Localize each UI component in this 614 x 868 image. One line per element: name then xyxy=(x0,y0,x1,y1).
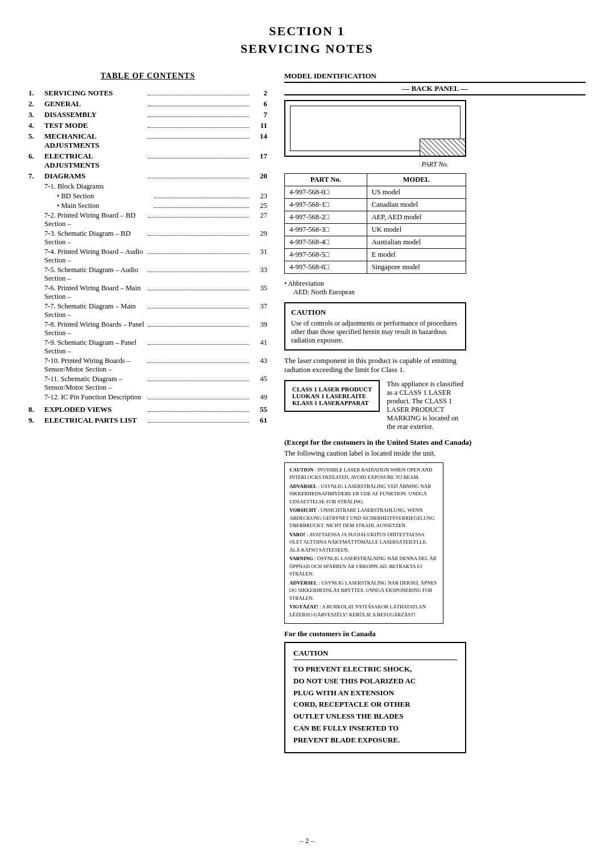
toc-item-3: 3. DISASSEMBLY 7 xyxy=(28,110,267,119)
toc-sub-712: 7-12. IC Pin Function Description 49 xyxy=(28,393,267,402)
caution-electric-text: TO PREVENT ELECTRIC SHOCK, DO NOT USE TH… xyxy=(293,663,457,746)
caution-electric-box: CAUTION TO PREVENT ELECTRIC SHOCK, DO NO… xyxy=(284,642,466,753)
caution-box: CAUTION Use of controls or adjustments o… xyxy=(284,302,466,350)
toc-items-2: 8. EXPLODED VIEWS 55 9. ELECTRICAL PARTS… xyxy=(28,405,267,425)
model-id-title: MODEL IDENTIFICATION xyxy=(284,72,586,81)
table-row: 4-997-568-2□AEP, AED model xyxy=(285,211,466,223)
toc-item-4: 4. TEST MODE 11 xyxy=(28,121,267,130)
warn-vigyazat: VIGYÁZAT! : A BURKOLAT NYITÁSAKOR LÁTHAT… xyxy=(289,603,438,619)
left-column: TABLE OF CONTENTS 1. SERVICING NOTES 2 2… xyxy=(28,72,267,827)
toc-sub-71: 7-1. Block Diagrams xyxy=(28,182,267,191)
toc-item-5: 5. MECHANICAL ADJUSTMENTS 14 xyxy=(28,132,267,150)
laser-class-line3: KLASS 1 LASERAPPARAT xyxy=(292,399,372,406)
part-no-label: PART No. xyxy=(284,160,586,169)
laser-class-box: CLASS 1 LASER PRODUCT LUOKAN 1 LASERLAIT… xyxy=(284,380,380,412)
warn-vorsicht: VORSICHT : UNSICHTBARE LASERSTRAHLUNG, W… xyxy=(289,507,438,530)
warn-varning: VARNING : OSYNLIG LASERSTRÅLNING NÄR DEN… xyxy=(289,555,438,578)
toc-sub-73: 7-3. Schematic Diagram – BD Section – 29 xyxy=(28,229,267,247)
page: SECTION 1 SERVICING NOTES TABLE OF CONTE… xyxy=(0,0,614,868)
laser-class-line2: LUOKAN 1 LASERLAITE xyxy=(292,393,372,399)
toc-sub-items: 7-1. Block Diagrams • BD Section 23 • Ma… xyxy=(28,182,267,402)
toc-sub-78: 7-8. Printed Wiring Boards – Panel Secti… xyxy=(28,320,267,337)
toc-item-9: 9. ELECTRICAL PARTS LIST 61 xyxy=(28,416,267,425)
right-column: MODEL IDENTIFICATION — BACK PANEL — PART… xyxy=(284,72,586,827)
back-panel-label: — BACK PANEL — xyxy=(284,82,586,95)
table-row: 4-997-568-6□Singapore model xyxy=(285,261,466,273)
model-table-header-partno: PART No. xyxy=(285,173,367,186)
table-row: 4-997-568-1□Canadian model xyxy=(285,198,466,211)
laser-class-description: This appliance is classified as a CLASS … xyxy=(387,380,466,431)
warn-adversel: ADVERSEL : USYNLIG LASERSTRÅLING NÅR DEK… xyxy=(289,579,438,603)
table-row: 4-997-568-0□US model xyxy=(285,186,466,198)
toc-sub-79: 7-9. Schematic Diagram – Panel Section –… xyxy=(28,339,267,356)
toc-item-6: 6. ELECTRICAL ADJUSTMENTS 17 xyxy=(28,152,267,170)
toc-item-7: 7. DIAGRAMS 20 xyxy=(28,172,267,181)
model-table-header-model: MODEL xyxy=(367,173,466,186)
except-title: (Except for the customers in the United … xyxy=(284,438,586,447)
toc-sub-76: 7-6. Printed Wiring Board – Main Section… xyxy=(28,284,267,301)
table-row: 4-997-568-4□Australian model xyxy=(285,236,466,248)
for-canada-title: For the customers in Canada xyxy=(284,629,586,639)
warn-advarsel: ADVARSEL : USYNLIG LASERSTRÅLING VED ÅBN… xyxy=(289,483,438,506)
toc-sub-710: 7-10. Printed Wiring Boards – Sensor/Mot… xyxy=(28,357,267,374)
caution-text: Use of controls or adjustments or perfor… xyxy=(291,319,459,345)
main-content: TABLE OF CONTENTS 1. SERVICING NOTES 2 2… xyxy=(28,72,586,827)
abbreviation: • Abbreviation AED: North European xyxy=(284,279,586,297)
page-header: SECTION 1 SERVICING NOTES xyxy=(28,23,586,58)
toc-item-1: 1. SERVICING NOTES 2 xyxy=(28,89,267,98)
section-label: SECTION 1 xyxy=(269,24,345,38)
toc-sub-74: 7-4. Printed Wiring Board – Audio Sectio… xyxy=(28,248,267,265)
toc-item-2: 2. GENERAL 6 xyxy=(28,99,267,108)
toc-sub-bd: • BD Section 23 xyxy=(28,192,267,201)
hatch-pattern xyxy=(420,139,465,156)
warn-caution: CAUTION : INVISIBLE LASER RADIATION WHEN… xyxy=(289,466,438,482)
table-row: 4-997-568-5□E model xyxy=(285,248,466,261)
except-note: The following caution label is located i… xyxy=(284,449,586,458)
laser-note: The laser component in this product is c… xyxy=(284,356,466,374)
laser-class-line1: CLASS 1 LASER PRODUCT xyxy=(292,386,372,393)
abbreviation-text: AED: North European xyxy=(284,288,586,297)
laser-class-row: CLASS 1 LASER PRODUCT LUOKAN 1 LASERLAIT… xyxy=(284,380,466,431)
device-diagram xyxy=(284,100,466,157)
warn-varo: VARO! : AVATTAESSA JA SUOJALUKITUS OHITE… xyxy=(289,531,438,554)
toc-title: TABLE OF CONTENTS xyxy=(28,72,267,81)
warning-label-box: CAUTION : INVISIBLE LASER RADIATION WHEN… xyxy=(284,462,443,624)
page-title: SECTION 1 SERVICING NOTES xyxy=(28,23,586,58)
toc-item-8: 8. EXPLODED VIEWS 55 xyxy=(28,405,267,414)
page-number: – 2 – xyxy=(28,836,586,845)
toc-sub-main: • Main Section 25 xyxy=(28,202,267,210)
section-title: SERVICING NOTES xyxy=(240,41,374,56)
caution-title: CAUTION xyxy=(291,308,459,317)
toc-items: 1. SERVICING NOTES 2 2. GENERAL 6 3. DIS… xyxy=(28,89,267,181)
abbreviation-title: • Abbreviation xyxy=(284,279,586,288)
caution-electric-title: CAUTION xyxy=(293,649,457,660)
except-section: (Except for the customers in the United … xyxy=(284,438,586,458)
toc-sub-72: 7-2. Printed Wiring Board – BD Section –… xyxy=(28,211,267,228)
toc-sub-77: 7-7. Schematic Diagram – Main Section – … xyxy=(28,302,267,319)
toc-sub-75: 7-5. Schematic Diagram – Audio Section –… xyxy=(28,266,267,283)
model-table: PART No. MODEL 4-997-568-0□US model 4-99… xyxy=(284,173,466,274)
toc-sub-711: 7-11. Schematic Diagram – Sensor/Motor S… xyxy=(28,375,267,392)
table-row: 4-997-568-3□UK model xyxy=(285,223,466,236)
